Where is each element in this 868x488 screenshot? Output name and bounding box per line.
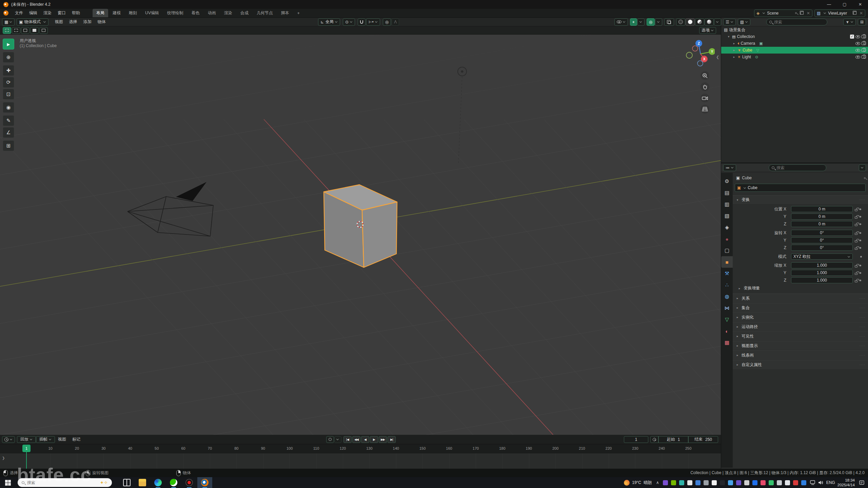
unlink-scene-icon[interactable]: ✕ (807, 11, 810, 16)
tray-app-10-icon[interactable] (736, 480, 741, 485)
tray-app-13-icon[interactable] (761, 480, 766, 485)
copilot-sparkle-icon[interactable]: ✦✧ (100, 480, 108, 485)
panel-实例化[interactable]: ▸实例化···· (733, 312, 868, 322)
workspace-tab-合成[interactable]: 合成 (237, 9, 252, 17)
pan-button[interactable] (701, 82, 709, 91)
tray-app-15-icon[interactable] (777, 480, 782, 485)
transform-delta-subpanel[interactable]: ▸ 变换增量 (737, 285, 760, 291)
timeline-channels[interactable]: ❯ (0, 453, 721, 469)
tray-app-7-icon[interactable] (712, 480, 717, 485)
properties-tab-particles[interactable]: ∴ (721, 279, 733, 291)
jump-start-button[interactable]: |◀ (343, 436, 352, 443)
properties-tab-material[interactable]: ◐ (721, 325, 733, 337)
tool-rotate-button[interactable]: ⟳ (3, 77, 14, 88)
weather-temp[interactable]: 19°C (632, 480, 641, 485)
outliner-filter-button[interactable]: ▼ (843, 19, 856, 25)
panel-grip-icon[interactable]: ···· (860, 297, 865, 300)
animate-property-dot[interactable] (860, 265, 861, 266)
tool-measure-button[interactable]: ∠ (3, 127, 14, 138)
weather-condition[interactable]: 晴朗 (644, 480, 652, 486)
taskbar-app-edge[interactable] (151, 477, 165, 488)
unlocked-icon[interactable] (855, 280, 857, 282)
unlocked-icon[interactable] (855, 273, 857, 275)
transform-value-field[interactable]: 1.000 (791, 270, 853, 276)
panel-grip-icon[interactable]: ···· (860, 344, 865, 348)
collection-checkbox[interactable]: ✓ (850, 35, 854, 39)
xray-toggle[interactable] (664, 18, 674, 26)
menu-编辑[interactable]: 编辑 (26, 9, 40, 17)
tool-select-box-button[interactable]: ► (3, 39, 14, 49)
camera-object[interactable] (127, 182, 213, 236)
panel-grip-icon[interactable]: ···· (860, 334, 865, 338)
panel-grip-icon[interactable]: ···· (860, 325, 865, 329)
outliner-row-light[interactable]: ▸☀Light⊙ (721, 54, 868, 60)
taskbar-app-wechat[interactable] (166, 477, 181, 488)
properties-tab-physics[interactable]: ◍ (721, 291, 733, 302)
zoom-button[interactable] (701, 71, 709, 80)
playhead[interactable]: 1 (22, 445, 31, 452)
toggle-ortho-button[interactable] (701, 105, 709, 114)
chevron-down-icon[interactable]: ▾ (727, 35, 731, 38)
animate-property-dot[interactable] (860, 256, 862, 258)
camera-view-button[interactable] (701, 94, 709, 102)
panel-grip-icon[interactable]: ···· (860, 198, 865, 202)
editor-type-button[interactable]: ▦ (2, 18, 15, 26)
properties-search[interactable] (769, 164, 826, 171)
pin-id-icon[interactable] (864, 177, 866, 179)
transform-panel-header[interactable]: ▾ 变换 ···· (733, 195, 868, 204)
orientation-dropdown[interactable]: ⊾ 全局 (318, 18, 340, 26)
shading-material-button[interactable] (695, 18, 704, 26)
show-gizmo-toggle[interactable]: ⌖ (630, 18, 637, 26)
animate-property-dot[interactable] (860, 208, 861, 210)
select-mode-extend-button[interactable] (12, 27, 20, 34)
unlocked-icon[interactable] (855, 233, 857, 235)
maximize-button[interactable]: ▢ (837, 2, 852, 7)
hide-in-viewport-toggle[interactable] (855, 35, 860, 38)
panel-grip-icon[interactable]: ···· (860, 316, 865, 319)
transform-value-field[interactable]: 0 m (791, 214, 853, 220)
play-reverse-button[interactable]: ◀ (361, 436, 369, 443)
mode-dropdown[interactable]: ▣ 物体模式 (17, 18, 48, 26)
outliner-editor-type-button[interactable]: ☰ (723, 19, 736, 25)
panel-关系[interactable]: ▸关系···· (733, 293, 868, 303)
animate-property-dot[interactable] (860, 223, 861, 225)
disable-in-renders-toggle[interactable] (862, 48, 866, 52)
transform-value-field[interactable]: 1.000 (791, 277, 853, 283)
tray-app-9-icon[interactable] (728, 480, 733, 485)
current-frame-field[interactable]: 1 (624, 436, 648, 443)
clock[interactable]: 18:34 2025/4/14 (837, 478, 855, 488)
network-icon[interactable] (810, 480, 816, 485)
viewport-menu-物体[interactable]: 物体 (95, 18, 109, 26)
shading-solid-button[interactable] (686, 18, 695, 26)
outliner-row-camera[interactable]: ▸⏴Camera▣ (721, 40, 868, 47)
properties-tab-data[interactable]: ▽ (721, 314, 733, 325)
disable-in-renders-toggle[interactable] (862, 35, 866, 38)
hide-in-viewport-toggle[interactable] (855, 56, 860, 59)
properties-tab-object[interactable]: ■ (721, 256, 733, 268)
panel-运动路径[interactable]: ▸运动路径···· (733, 322, 868, 331)
shading-dropdown[interactable] (714, 18, 721, 26)
animate-property-dot[interactable] (860, 247, 861, 249)
tray-app-2-icon[interactable] (671, 480, 676, 485)
workspace-tab-渲染[interactable]: 渲染 (220, 9, 236, 17)
menu-帮助[interactable]: 帮助 (69, 9, 83, 17)
transform-value-field[interactable]: 0° (791, 230, 853, 236)
new-collection-button[interactable]: ⊞ (858, 19, 866, 25)
taskbar-app-recorder[interactable] (182, 477, 197, 488)
object-visibility-dropdown[interactable] (614, 18, 628, 26)
unlocked-icon[interactable] (855, 248, 857, 250)
properties-tab-tool[interactable]: ⚙ (721, 176, 733, 187)
pivot-point-dropdown[interactable]: ⊙ (343, 18, 355, 26)
shading-rendered-button[interactable] (705, 18, 714, 26)
workspace-tab-几何节点[interactable]: 几何节点 (253, 9, 277, 17)
properties-tab-constraints[interactable]: ⋈ (721, 302, 733, 314)
tray-app-8-icon[interactable] (720, 480, 725, 485)
timeline-menu-插帧[interactable]: 插帧 (36, 436, 55, 443)
panel-grip-icon[interactable]: ···· (860, 353, 865, 357)
unlocked-icon[interactable] (855, 217, 857, 219)
properties-tab-texture[interactable]: ▩ (721, 337, 733, 348)
unlocked-icon[interactable] (855, 265, 857, 267)
tool-add-cube-button[interactable]: ⊞ (3, 140, 14, 151)
use-preview-range-toggle[interactable] (650, 436, 658, 443)
notification-icon[interactable] (859, 480, 865, 485)
